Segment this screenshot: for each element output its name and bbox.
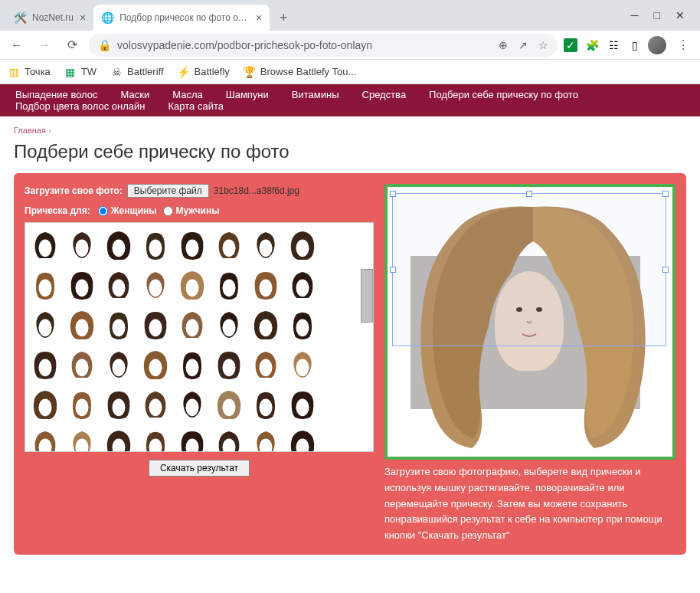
resize-handle[interactable] [526, 191, 532, 197]
hairstyle-option[interactable] [140, 427, 171, 452]
star-icon[interactable]: ☆ [538, 39, 548, 51]
hairstyle-option[interactable] [140, 387, 171, 422]
hairstyle-option[interactable] [287, 267, 318, 303]
hairstyle-option[interactable] [177, 427, 208, 452]
forward-button[interactable]: → [34, 34, 55, 56]
bookmark-tw[interactable]: ▦ TW [64, 66, 96, 78]
hairstyle-option[interactable] [214, 387, 244, 422]
share-icon[interactable]: ↗ [518, 39, 528, 51]
hairstyle-option[interactable] [30, 387, 61, 422]
hairstyle-option[interactable] [103, 307, 134, 342]
hairstyle-option[interactable] [30, 307, 61, 342]
hairstyle-option[interactable] [287, 228, 318, 263]
site-nav-item[interactable]: Подбери себе прическу по фото [429, 89, 578, 100]
preview-canvas[interactable] [384, 184, 675, 460]
hairstyle-option[interactable] [177, 347, 208, 382]
hairstyle-grid[interactable] [25, 222, 374, 452]
reload-button[interactable]: ⟳ [61, 34, 83, 56]
site-nav-item[interactable]: Витамины [292, 89, 339, 100]
site-nav-item[interactable]: Маски [121, 89, 150, 100]
resize-handle[interactable] [390, 191, 396, 197]
hairstyle-option[interactable] [214, 427, 244, 452]
hairstyle-option[interactable] [177, 387, 208, 422]
hairstyle-option[interactable] [250, 228, 281, 263]
hairstyle-option[interactable] [103, 228, 134, 263]
search-icon[interactable]: ⊕ [499, 39, 508, 51]
bookmark-battlefly[interactable]: ⚡ Battlefly [178, 66, 230, 78]
hairstyle-option[interactable] [67, 347, 97, 382]
hairstyle-option[interactable] [177, 307, 208, 342]
hairstyle-option[interactable] [30, 228, 61, 263]
back-button[interactable]: ← [6, 34, 28, 56]
site-nav-item[interactable]: Выпадение волос [15, 89, 98, 100]
choose-file-button[interactable]: Выберите файл [127, 184, 209, 198]
hairstyle-option[interactable] [287, 347, 318, 382]
hairstyle-option[interactable] [67, 228, 97, 263]
maximize-button[interactable]: □ [654, 9, 660, 21]
bookmark-tochka[interactable]: ▥ Точка [8, 66, 51, 78]
ext-check-icon[interactable]: ✓ [564, 38, 577, 52]
hairstyle-option[interactable] [177, 267, 208, 303]
hairstyle-option[interactable] [214, 347, 244, 382]
hairstyle-option[interactable] [250, 307, 281, 342]
hairstyle-option[interactable] [177, 228, 208, 263]
selection-box[interactable] [392, 193, 666, 346]
scrollbar-thumb[interactable] [361, 269, 373, 323]
hairstyle-option[interactable] [67, 267, 97, 303]
resize-handle[interactable] [662, 267, 669, 273]
hairstyle-option[interactable] [30, 267, 61, 303]
hairstyle-option[interactable] [214, 267, 244, 303]
hairstyle-option[interactable] [250, 267, 281, 303]
ext-list-icon[interactable]: ☷ [607, 38, 620, 52]
hairstyle-option[interactable] [287, 387, 318, 422]
site-nav-item[interactable]: Шампуни [226, 89, 269, 100]
minimize-button[interactable]: ─ [631, 9, 639, 21]
address-bar[interactable]: 🔒 volosvypadenie.com/podbor-prichesok-po… [89, 34, 558, 57]
resize-handle[interactable] [662, 191, 669, 197]
hairstyle-option[interactable] [67, 387, 97, 422]
ext-puzzle-icon[interactable]: 🧩 [585, 38, 599, 52]
hairstyle-option[interactable] [30, 347, 61, 382]
hairstyle-option[interactable] [103, 387, 134, 422]
hairstyle-option[interactable] [140, 228, 171, 263]
breadcrumb-home[interactable]: Главная [14, 126, 46, 135]
hairstyle-option[interactable] [250, 427, 281, 452]
tab-noznet[interactable]: 🛠️ NozNet.ru × [6, 5, 93, 31]
hairstyle-option[interactable] [140, 307, 171, 342]
bookmark-battlefy[interactable]: 🏆 Browse Battlefy Tou... [244, 66, 357, 78]
hairstyle-option[interactable] [103, 267, 134, 303]
hairstyle-option[interactable] [287, 307, 318, 342]
site-nav-item[interactable]: Карта сайта [168, 100, 224, 112]
site-nav-item[interactable]: Средства [362, 89, 407, 100]
hairstyle-option[interactable] [250, 347, 281, 382]
new-tab-button[interactable]: + [273, 7, 294, 28]
resize-handle[interactable] [390, 267, 396, 273]
bookmark-battleriff[interactable]: ☠ Battleriff [110, 66, 163, 78]
hairstyle-option[interactable] [67, 307, 97, 342]
svg-point-2 [112, 239, 125, 257]
radio-male[interactable] [163, 206, 173, 216]
hairstyle-option[interactable] [103, 427, 134, 452]
close-icon[interactable]: × [256, 11, 262, 24]
radio-female[interactable] [98, 206, 108, 216]
menu-button[interactable]: ⋮ [672, 34, 694, 56]
hairstyle-option[interactable] [287, 427, 318, 452]
site-nav-item[interactable]: Подбор цвета волос онлайн [15, 100, 146, 112]
hairstyle-option[interactable] [250, 387, 281, 422]
svg-point-25 [75, 359, 88, 376]
svg-point-24 [38, 359, 51, 376]
hairstyle-option[interactable] [103, 347, 134, 382]
ext-media-icon[interactable]: ▯ [628, 38, 642, 52]
hairstyle-option[interactable] [214, 307, 244, 342]
hairstyle-option[interactable] [214, 228, 244, 263]
download-button[interactable]: Скачать результат [149, 460, 250, 477]
hairstyle-option[interactable] [140, 347, 171, 382]
hairstyle-option[interactable] [140, 267, 171, 303]
close-window-button[interactable]: ✕ [675, 9, 685, 21]
profile-avatar[interactable] [648, 36, 666, 54]
tab-podbor[interactable]: 🌐 Подбор причесок по фото онла × [93, 5, 270, 31]
hairstyle-option[interactable] [30, 427, 61, 452]
hairstyle-option[interactable] [67, 427, 97, 452]
site-nav-item[interactable]: Масла [172, 89, 203, 100]
close-icon[interactable]: × [80, 11, 86, 24]
